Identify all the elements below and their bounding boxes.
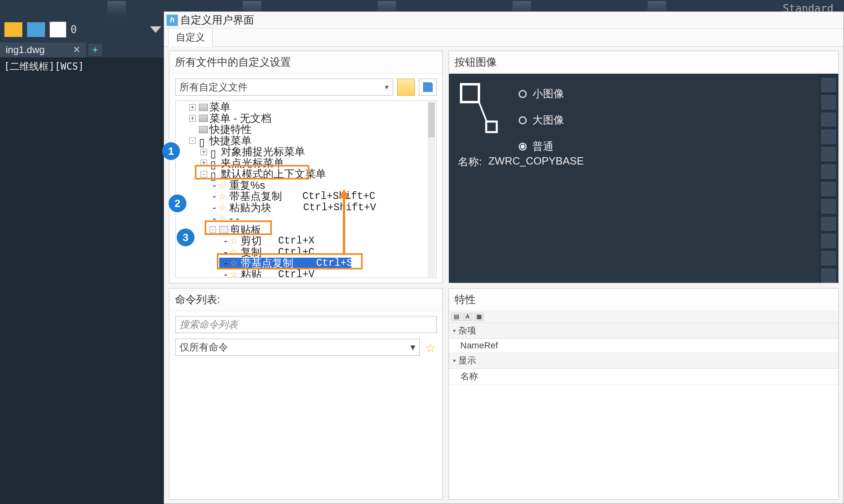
tab-customize[interactable]: 自定义 bbox=[168, 28, 213, 47]
tool-icon[interactable] bbox=[821, 269, 836, 283]
cursor-menu-icon: ▯ bbox=[210, 148, 219, 156]
properties-header: 特性 bbox=[449, 288, 838, 311]
tool-icon[interactable] bbox=[821, 78, 836, 92]
layer-icon[interactable] bbox=[4, 22, 23, 37]
radio-small-image[interactable]: 小图像 bbox=[519, 87, 564, 101]
star-icon: ☆ bbox=[218, 213, 226, 224]
prop-section-label: 杂项 bbox=[458, 325, 476, 337]
favorite-filter-button[interactable]: ☆ bbox=[424, 341, 437, 354]
tool-icon[interactable] bbox=[821, 113, 836, 127]
tree-item-label[interactable]: 菜单 bbox=[209, 102, 231, 113]
layer-color-swatch[interactable] bbox=[49, 21, 66, 38]
tree-scrollbar[interactable] bbox=[427, 102, 436, 277]
radio-icon-checked bbox=[519, 143, 527, 151]
collapse-triangle-icon: ▾ bbox=[453, 357, 456, 364]
expand-icon[interactable]: + bbox=[201, 149, 207, 155]
open-file-button[interactable] bbox=[397, 79, 415, 96]
tool-icon[interactable] bbox=[821, 130, 836, 144]
prop-section-display[interactable]: ▾显示 bbox=[449, 353, 838, 369]
annotation-arrow-up bbox=[338, 189, 350, 255]
tool-icon[interactable] bbox=[821, 147, 836, 161]
scrollbar-thumb[interactable] bbox=[428, 103, 435, 137]
properties-toolbar: ▤ A ▦ bbox=[449, 311, 838, 323]
prop-section-misc[interactable]: ▾杂项 bbox=[449, 323, 838, 339]
tree-item-label[interactable]: 重复%s bbox=[229, 180, 265, 191]
tree-item-label[interactable]: 快捷菜单 bbox=[209, 135, 252, 146]
expand-icon[interactable]: + bbox=[189, 104, 196, 111]
tool-icon[interactable] bbox=[821, 234, 836, 248]
collapse-icon[interactable]: - bbox=[209, 226, 216, 233]
svg-rect-1 bbox=[486, 122, 497, 132]
star-icon: ☆ bbox=[218, 180, 226, 191]
star-icon: ☆ bbox=[230, 269, 238, 278]
chevron-down-icon: ▾ bbox=[410, 342, 415, 353]
tool-icon[interactable] bbox=[821, 217, 836, 231]
menu-list-icon bbox=[199, 104, 208, 111]
tool-icon[interactable] bbox=[821, 199, 836, 214]
expand-icon[interactable]: + bbox=[189, 115, 196, 122]
star-icon: ☆ bbox=[218, 202, 226, 213]
tree-item-label[interactable]: 夹点光标菜单 bbox=[221, 158, 284, 169]
radio-large-image[interactable]: 大图像 bbox=[519, 113, 564, 127]
radio-label: 小图像 bbox=[532, 87, 564, 101]
close-icon[interactable]: ✕ bbox=[73, 45, 80, 55]
tree-item-label[interactable]: - - bbox=[229, 213, 239, 224]
icon-name-value: ZWRC_COPYBASE bbox=[488, 155, 584, 169]
layer-lock-icon[interactable] bbox=[27, 22, 45, 37]
tool-icon[interactable] bbox=[821, 251, 836, 265]
file-tab-label: ing1.dwg bbox=[6, 44, 45, 56]
props-sort-button[interactable]: ▤ bbox=[451, 313, 461, 321]
radio-normal[interactable]: 普通 bbox=[519, 139, 564, 154]
new-tab-button[interactable]: + bbox=[88, 44, 102, 56]
menu-list-icon bbox=[199, 115, 208, 122]
props-sort-button[interactable]: A bbox=[463, 313, 472, 321]
dialog-title-bar[interactable]: h 自定义用户界面 bbox=[164, 12, 844, 29]
props-sort-button[interactable]: ▦ bbox=[474, 313, 484, 321]
star-icon: ☆ bbox=[230, 258, 238, 269]
prop-row-name[interactable]: 名称 bbox=[449, 369, 838, 384]
tree-item-label[interactable]: 快捷特性 bbox=[209, 124, 252, 135]
star-icon: ☆ bbox=[218, 191, 226, 202]
properties-panel: 特性 ▤ A ▦ ▾杂项 NameRef ▾显示 名称 bbox=[449, 288, 839, 500]
command-list-header: 命令列表: bbox=[169, 288, 442, 311]
dialog-tab-strip: 自定义 bbox=[164, 29, 844, 47]
tree-item-label[interactable]: 粘贴 bbox=[241, 269, 262, 278]
layer-dropdown-icon[interactable] bbox=[150, 26, 161, 33]
tool-icon[interactable] bbox=[821, 164, 836, 179]
submenu-icon bbox=[219, 226, 228, 233]
chevron-down-icon: ▾ bbox=[385, 83, 389, 92]
collapse-icon[interactable]: - bbox=[201, 171, 207, 177]
star-icon: ☆ bbox=[230, 247, 238, 258]
tool-icon[interactable] bbox=[821, 95, 836, 109]
prop-row-nameref[interactable]: NameRef bbox=[449, 339, 838, 353]
tree-item-label[interactable]: 剪切 bbox=[241, 235, 262, 246]
command-filter-value: 仅所有命令 bbox=[179, 341, 228, 354]
tree-item-shortcut: Ctrl+C bbox=[278, 247, 314, 258]
tree-item-label[interactable]: 对象捕捉光标菜单 bbox=[221, 146, 305, 157]
svg-rect-0 bbox=[461, 84, 479, 102]
collapse-icon[interactable]: - bbox=[189, 137, 196, 144]
button-image-header: 按钮图像 bbox=[449, 51, 838, 74]
tree-item-label[interactable]: 菜单 - 无文档 bbox=[209, 113, 271, 124]
cursor-menu-icon: ▯ bbox=[210, 159, 219, 167]
tree-item-selected[interactable]: 带基点复制 bbox=[241, 258, 293, 269]
tree-item-label[interactable]: 剪贴板 bbox=[230, 224, 261, 235]
save-file-button[interactable] bbox=[419, 79, 437, 96]
tree-item-shortcut: Ctrl+V bbox=[278, 269, 314, 278]
tree-item-label[interactable]: 默认模式的上下文菜单 bbox=[221, 169, 326, 179]
customization-tree[interactable]: +菜单 +菜单 - 无文档 快捷特性 -▯快捷菜单 +▯对象捕捉光标菜单 +▯夹… bbox=[175, 100, 437, 278]
expand-icon[interactable]: + bbox=[201, 160, 207, 166]
command-filter-select[interactable]: 仅所有命令 ▾ bbox=[175, 339, 420, 356]
radio-icon bbox=[519, 116, 527, 124]
app-icon: h bbox=[167, 15, 178, 26]
tool-icon[interactable] bbox=[821, 182, 836, 196]
tree-item-label[interactable]: 粘贴为块 bbox=[229, 202, 271, 213]
tree-item-label[interactable]: 带基点复制 bbox=[229, 191, 282, 202]
toolbar-icon[interactable] bbox=[107, 1, 126, 16]
cui-dialog: h 自定义用户界面 自定义 所有文件中的自定义设置 所有自定义文件 ▾ bbox=[164, 11, 844, 504]
command-search-input[interactable]: 搜索命令列表 bbox=[175, 316, 437, 333]
customization-file-select[interactable]: 所有自定义文件 ▾ bbox=[175, 79, 393, 96]
file-tab-active[interactable]: ing1.dwg ✕ bbox=[0, 43, 86, 57]
annotation-badge-1: 1 bbox=[162, 142, 180, 160]
tree-item-label[interactable]: 复制 bbox=[241, 247, 262, 258]
